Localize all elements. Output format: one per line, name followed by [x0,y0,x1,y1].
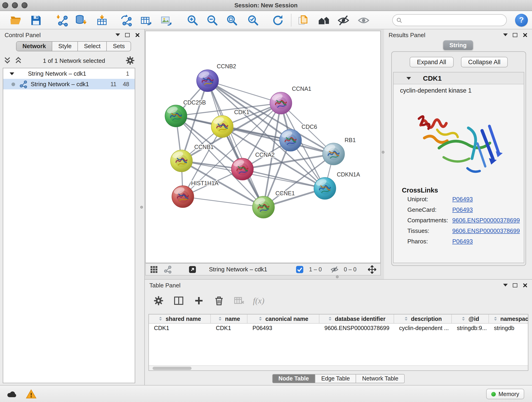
hide-graphics-button[interactable] [336,13,350,27]
table-cell[interactable]: 9606.ENSP00000378699 [319,324,394,333]
gene-header[interactable]: CDK1 [394,72,524,84]
results-float-button[interactable] [513,33,517,37]
network-edge-HIST1H1A-CCNE1[interactable] [183,197,264,207]
zoom-fit-button[interactable] [225,13,239,27]
import-table-button[interactable] [95,13,109,27]
show-graphics-button[interactable] [356,13,370,27]
network-options-button[interactable] [125,56,135,65]
memory-button[interactable]: Memory [486,389,524,399]
grid-mode-button[interactable] [149,265,158,274]
table-float-button[interactable] [513,283,517,287]
column-header-id[interactable]: @id [452,314,489,323]
table-row[interactable]: CDK1CDK1P064939606.ENSP00000378699cyclin… [149,324,528,333]
splitter-handle[interactable] [382,151,385,153]
table-options-button[interactable] [152,294,165,307]
delete-columns-button[interactable] [213,294,225,307]
panel-float-button[interactable] [125,33,130,37]
selected-checkbox-icon[interactable] [295,265,304,274]
table-horizontal-scrollbar[interactable] [149,365,528,370]
tab-sets[interactable]: Sets [107,42,131,51]
column-header-canonical-name[interactable]: canonical name [247,314,319,323]
create-column-button[interactable] [192,294,205,307]
delete-table-button[interactable] [233,294,246,307]
table-cell[interactable]: stringdb [489,324,528,333]
zoom-out-button[interactable] [205,13,219,27]
tab-network-table[interactable]: Network Table [356,374,405,383]
results-close-button[interactable] [522,32,527,37]
disclosure-triangle-icon[interactable] [10,72,14,75]
help-button[interactable]: ? [515,14,528,27]
table-cell[interactable]: P06493 [247,324,319,333]
network-edge-CCNB2-CCNA1[interactable] [208,81,281,103]
network-collection-row[interactable]: String Network – cdk1 1 [3,68,135,79]
function-builder-button[interactable]: f(x) [253,296,264,306]
splitter-handle[interactable] [336,275,339,278]
cloud-status-button[interactable] [6,389,17,400]
hidden-eye-icon[interactable] [330,265,339,274]
home-views-button[interactable] [317,13,330,27]
import-network-database-button[interactable] [74,13,88,27]
open-session-button[interactable] [9,13,22,27]
crosslink-uniprot-link[interactable]: P06493 [452,196,473,203]
zoom-in-button[interactable] [186,13,199,27]
crosslink-genecard-link[interactable]: P06493 [452,206,473,213]
tab-style[interactable]: Style [52,42,78,51]
birdseye-view-button[interactable] [188,265,197,274]
tab-select[interactable]: Select [78,42,107,51]
apply-layout-button[interactable] [271,13,285,27]
results-collapse-button[interactable] [503,33,508,36]
collapse-all-button[interactable]: Collapse All [461,57,508,67]
network-edge-CCNB2-CCNE1[interactable] [208,81,264,207]
network-node-CDKN1A[interactable]: CDKN1A [314,171,360,199]
tab-node-table[interactable]: Node Table [272,374,315,383]
column-header-shared-name[interactable]: shared name [149,314,211,323]
network-canvas[interactable]: CCNB2CCNA1CDC25BCDK1CDC6RB1CCNB1CCNA2CDK… [145,31,381,263]
network-node-RB1[interactable]: RB1 [323,137,356,165]
table-cell[interactable]: stringdb:9... [452,324,489,333]
network-node-CCNE1[interactable]: CCNE1 [253,190,295,218]
tab-network[interactable]: Network [17,42,52,51]
network-row[interactable]: String Network – cdk1 11 48 [3,79,135,89]
network-node-CDK1[interactable]: CDK1 [211,109,249,138]
table-cell[interactable]: CDK1 [211,324,247,333]
table-cell[interactable]: cyclin-dependent ... [394,324,452,333]
gene-disclosure-icon[interactable] [406,77,411,80]
table-cell[interactable]: CDK1 [149,324,211,333]
export-table-button[interactable] [139,13,152,27]
save-session-button[interactable] [29,13,43,27]
network-node-CCNA1[interactable]: CCNA1 [270,85,311,114]
column-header-description[interactable]: description [394,314,452,323]
crosslink-compartments-link[interactable]: 9606.ENSP00000378699 [452,217,520,224]
column-header-database-identifier[interactable]: database identifier [319,314,394,323]
table-close-button[interactable] [522,283,527,288]
overview-mode-button[interactable] [163,265,172,274]
column-header-name[interactable]: name [211,314,247,323]
crosslink-tissues-link[interactable]: 9606.ENSP00000378699 [452,227,520,234]
copy-view-button[interactable] [296,13,310,27]
network-node-HIST1H1A[interactable]: HIST1H1A [172,180,219,208]
panel-collapse-button[interactable] [115,33,120,36]
export-image-button[interactable] [159,13,173,27]
scrollbar-thumb[interactable] [152,367,191,370]
results-panel-title: Results Panel [389,32,425,38]
panel-close-button[interactable] [135,32,140,37]
clone-network-button[interactable] [119,13,133,27]
warnings-button[interactable] [26,389,37,400]
show-columns-button[interactable] [172,294,185,307]
column-header-namespac[interactable]: namespac [489,314,528,323]
collapse-tree-button[interactable] [14,56,23,65]
zoom-selected-button[interactable] [246,13,260,27]
crosslink-pharos-link[interactable]: P06493 [452,238,473,245]
import-network-file-button[interactable] [55,13,69,27]
expand-tree-button[interactable] [3,56,12,65]
tab-string[interactable]: String [443,40,473,50]
expand-all-button[interactable]: Expand All [410,57,454,67]
search-input[interactable] [405,16,503,24]
network-edge-CCNA2-CDKN1A[interactable] [242,169,325,188]
gear-icon [153,295,164,306]
fit-content-button[interactable] [367,265,377,274]
tab-edge-table[interactable]: Edge Table [315,374,356,383]
duplicate-document-icon [297,14,309,26]
table-collapse-button[interactable] [503,284,508,287]
splitter-handle[interactable] [140,206,143,209]
